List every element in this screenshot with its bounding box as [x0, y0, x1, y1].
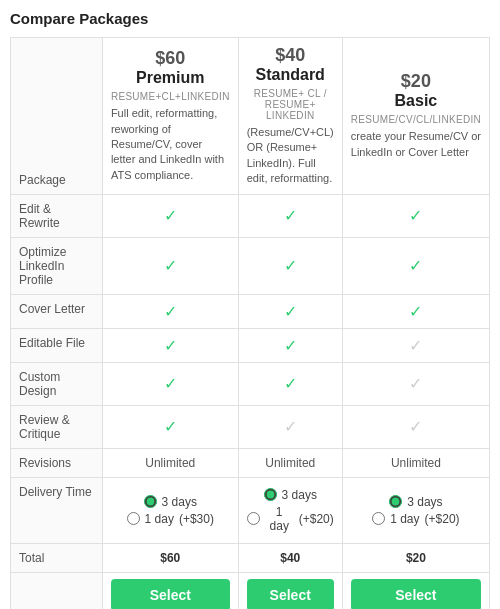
revisions-row: Revisions Unlimited Unlimited Unlimited [11, 448, 490, 477]
edit-rewrite-row: Edit & Rewrite ✓ ✓ ✓ [11, 194, 490, 237]
premium-edit-rewrite: ✓ [102, 194, 238, 237]
premium-price: $60 [111, 48, 230, 69]
premium-review-critique: ✓ [102, 405, 238, 448]
basic-editable-file: ✓ [342, 328, 489, 362]
premium-name: Premium [111, 69, 230, 87]
standard-3day-radio[interactable] [264, 488, 277, 501]
premium-select-button[interactable]: Select [111, 579, 230, 609]
page-title: Compare Packages [10, 10, 490, 27]
premium-1day-label: 1 day [145, 512, 174, 526]
delivery-time-label: Delivery Time [11, 477, 103, 543]
custom-design-label: Custom Design [11, 362, 103, 405]
premium-delivery: 3 days 1 day (+$30) [102, 477, 238, 543]
premium-subtitle: RESUME+CL+LINKEDIN [111, 91, 230, 102]
premium-cover-letter: ✓ [102, 294, 238, 328]
check-icon: ✓ [164, 337, 177, 354]
standard-cover-letter: ✓ [238, 294, 342, 328]
basic-3day-radio[interactable] [389, 495, 402, 508]
check-icon: ✓ [409, 207, 422, 224]
basic-total: $20 [342, 543, 489, 572]
check-icon: ✓ [284, 207, 297, 224]
cover-letter-label: Cover Letter [11, 294, 103, 328]
optimize-linkedin-row: Optimize LinkedIn Profile ✓ ✓ ✓ [11, 237, 490, 294]
premium-total: $60 [102, 543, 238, 572]
check-icon: ✓ [409, 257, 422, 274]
standard-1day-label: 1 day [265, 505, 294, 533]
standard-1day-radio[interactable] [247, 512, 260, 525]
premium-desc: Full edit, reformatting, reworking of Re… [111, 106, 230, 183]
standard-revisions: Unlimited [238, 448, 342, 477]
check-icon: ✓ [284, 337, 297, 354]
premium-3day-radio[interactable] [144, 495, 157, 508]
standard-name: Standard [247, 66, 334, 84]
review-critique-row: Review & Critique ✓ ✓ ✓ [11, 405, 490, 448]
total-row: Total $60 $40 $20 [11, 543, 490, 572]
premium-revisions: Unlimited [102, 448, 238, 477]
basic-review-critique: ✓ [342, 405, 489, 448]
check-icon: ✓ [164, 303, 177, 320]
basic-1day-label: 1 day [390, 512, 419, 526]
total-label: Total [11, 543, 103, 572]
premium-1day-option: 1 day (+$30) [111, 512, 230, 526]
standard-select-cell: Select [238, 572, 342, 609]
basic-package-header: $20 Basic RESUME/CV/CL/LINKEDIN create y… [342, 38, 489, 195]
review-critique-label: Review & Critique [11, 405, 103, 448]
standard-review-critique: ✓ [238, 405, 342, 448]
premium-3day-label: 3 days [162, 495, 197, 509]
basic-3day-option: 3 days [351, 495, 481, 509]
check-icon: ✓ [164, 418, 177, 435]
standard-1day-extra: (+$20) [299, 512, 334, 526]
revisions-label: Revisions [11, 448, 103, 477]
standard-select-button[interactable]: Select [247, 579, 334, 609]
basic-1day-extra: (+$20) [425, 512, 460, 526]
check-disabled-icon: ✓ [409, 375, 422, 392]
premium-1day-radio[interactable] [127, 512, 140, 525]
standard-custom-design: ✓ [238, 362, 342, 405]
premium-1day-extra: (+$30) [179, 512, 214, 526]
premium-custom-design: ✓ [102, 362, 238, 405]
basic-desc: create your Resume/CV or LinkedIn or Cov… [351, 129, 481, 160]
standard-total: $40 [238, 543, 342, 572]
basic-optimize-linkedin: ✓ [342, 237, 489, 294]
basic-subtitle: RESUME/CV/CL/LINKEDIN [351, 114, 481, 125]
check-disabled-icon: ✓ [409, 337, 422, 354]
check-icon: ✓ [409, 303, 422, 320]
standard-1day-option: 1 day (+$20) [247, 505, 334, 533]
optimize-linkedin-label: Optimize LinkedIn Profile [11, 237, 103, 294]
basic-select-button[interactable]: Select [351, 579, 481, 609]
premium-package-header: $60 Premium RESUME+CL+LINKEDIN Full edit… [102, 38, 238, 195]
basic-select-cell: Select [342, 572, 489, 609]
package-label-cell: Package [11, 38, 103, 195]
basic-price: $20 [351, 71, 481, 92]
standard-3day-option: 3 days [247, 488, 334, 502]
select-buttons-row: Select Select Select [11, 572, 490, 609]
compare-table: Package $60 Premium RESUME+CL+LINKEDIN F… [10, 37, 490, 609]
check-disabled-icon: ✓ [409, 418, 422, 435]
premium-select-cell: Select [102, 572, 238, 609]
edit-rewrite-label: Edit & Rewrite [11, 194, 103, 237]
basic-custom-design: ✓ [342, 362, 489, 405]
premium-editable-file: ✓ [102, 328, 238, 362]
check-icon: ✓ [284, 303, 297, 320]
basic-cover-letter: ✓ [342, 294, 489, 328]
check-icon: ✓ [284, 375, 297, 392]
standard-3day-label: 3 days [282, 488, 317, 502]
editable-file-label: Editable File [11, 328, 103, 362]
package-header-row: Package $60 Premium RESUME+CL+LINKEDIN F… [11, 38, 490, 195]
standard-editable-file: ✓ [238, 328, 342, 362]
cover-letter-row: Cover Letter ✓ ✓ ✓ [11, 294, 490, 328]
basic-delivery: 3 days 1 day (+$20) [342, 477, 489, 543]
standard-desc: (Resume/CV+CL) OR (Resume+ LinkedIn). Fu… [247, 125, 334, 187]
basic-edit-rewrite: ✓ [342, 194, 489, 237]
check-icon: ✓ [284, 257, 297, 274]
standard-delivery: 3 days 1 day (+$20) [238, 477, 342, 543]
page-container: Compare Packages Package $60 Premium RES… [0, 0, 500, 609]
premium-3day-option: 3 days [111, 495, 230, 509]
basic-1day-option: 1 day (+$20) [351, 512, 481, 526]
basic-1day-radio[interactable] [372, 512, 385, 525]
standard-edit-rewrite: ✓ [238, 194, 342, 237]
check-disabled-icon: ✓ [284, 418, 297, 435]
check-icon: ✓ [164, 375, 177, 392]
check-icon: ✓ [164, 257, 177, 274]
standard-price: $40 [247, 45, 334, 66]
